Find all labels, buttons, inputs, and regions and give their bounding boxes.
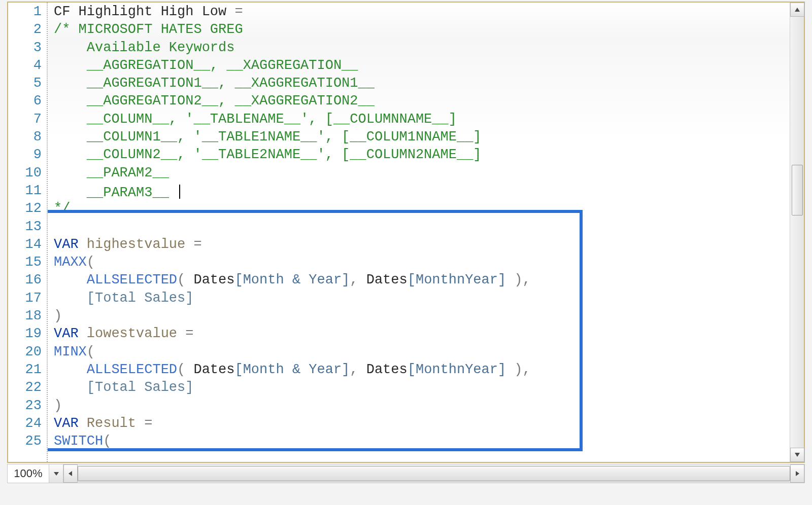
code-token: Dates: [358, 272, 408, 287]
code-token: (: [87, 344, 95, 359]
code-token: __AGGREGATION2__, __XAGGREGATION2__: [54, 93, 375, 109]
code-token: SWITCH: [54, 434, 103, 449]
code-area[interactable]: CF Highlight High Low =/* MICROSOFT HATE…: [48, 3, 790, 462]
code-token: __PARAM2__: [54, 165, 169, 181]
code-line[interactable]: ALLSELECTED( Dates[Month & Year], Dates[…: [54, 271, 790, 289]
code-line[interactable]: __PARAM2__: [54, 164, 790, 182]
code-token: MAXX: [54, 255, 87, 270]
code-token: Result: [79, 416, 145, 431]
code-token: __COLUMN__, '__TABLENAME__', [__COLUMNNA…: [54, 112, 457, 127]
code-token: VAR: [54, 416, 79, 431]
code-line[interactable]: ): [54, 307, 790, 325]
code-token: (: [103, 434, 111, 449]
code-token: VAR: [54, 326, 79, 341]
line-number: 17: [8, 290, 47, 307]
code-token: __COLUMN1__, '__TABLE1NAME__', [__COLUM1…: [54, 129, 482, 145]
code-line[interactable]: CF Highlight High Low =: [54, 3, 790, 21]
code-token: lowestvalue: [79, 326, 186, 341]
line-number: 5: [8, 75, 47, 92]
code-token: [54, 380, 87, 395]
code-token: [MonthnYear]: [408, 272, 506, 287]
code-token: MINX: [54, 344, 87, 359]
code-token: [54, 362, 87, 377]
line-number: 18: [8, 307, 47, 325]
code-token: [Total Sales]: [87, 380, 194, 395]
code-line[interactable]: VAR Result =: [54, 415, 790, 432]
code-token: Dates: [185, 272, 234, 287]
line-number: 3: [8, 39, 47, 57]
line-number: 1: [8, 3, 47, 21]
line-number: 19: [8, 325, 47, 343]
code-token: ): [506, 272, 522, 287]
zoom-dropdown-button[interactable]: [49, 464, 63, 483]
code-line[interactable]: [54, 218, 790, 236]
code-line[interactable]: VAR lowestvalue =: [54, 325, 790, 343]
scroll-down-button[interactable]: [790, 448, 804, 462]
code-token: ): [54, 308, 62, 323]
zoom-level-label: 100%: [8, 464, 49, 483]
code-line[interactable]: MINX(: [54, 343, 790, 361]
svg-marker-2: [54, 472, 59, 476]
svg-marker-0: [795, 8, 800, 12]
line-number: 2: [8, 21, 47, 39]
code-line[interactable]: ALLSELECTED( Dates[Month & Year], Dates[…: [54, 361, 790, 379]
code-token: ,: [350, 272, 358, 287]
code-line[interactable]: [Total Sales]: [54, 379, 790, 396]
scroll-right-button[interactable]: [790, 464, 804, 483]
code-token: ALLSELECTED: [87, 362, 177, 377]
code-line[interactable]: MAXX(: [54, 254, 790, 271]
svg-marker-1: [795, 453, 800, 457]
code-token: [54, 272, 87, 287]
line-number: 6: [8, 92, 47, 110]
line-number: 9: [8, 146, 47, 164]
code-token: __PARAM3__: [54, 185, 177, 200]
scroll-left-button[interactable]: [63, 464, 78, 483]
line-number: 11: [8, 182, 47, 200]
code-line[interactable]: */: [54, 200, 790, 218]
code-line[interactable]: __AGGREGATION1__, __XAGGREGATION1__: [54, 75, 790, 92]
line-number: 12: [8, 200, 47, 218]
code-line[interactable]: __COLUMN__, '__TABLENAME__', [__COLUMNNA…: [54, 111, 790, 128]
horizontal-scrollbar[interactable]: [63, 464, 804, 483]
code-token: Dates: [185, 362, 234, 377]
code-token: __AGGREGATION1__, __XAGGREGATION1__: [54, 76, 375, 91]
line-number: 16: [8, 271, 47, 289]
code-token: ALLSELECTED: [87, 272, 177, 287]
code-token: ): [54, 398, 62, 413]
horizontal-scroll-thumb[interactable]: [78, 466, 790, 481]
code-token: [Total Sales]: [87, 291, 194, 306]
code-line[interactable]: __AGGREGATION__, __XAGGREGATION__: [54, 57, 790, 75]
code-line[interactable]: SWITCH(: [54, 432, 790, 450]
code-token: */: [54, 201, 70, 216]
code-token: =: [193, 237, 201, 252]
line-number: 22: [8, 379, 47, 396]
line-number: 21: [8, 361, 47, 379]
vertical-scroll-thumb[interactable]: [792, 165, 803, 215]
code-line[interactable]: __COLUMN2__, '__TABLE2NAME__', [__COLUMN…: [54, 146, 790, 164]
code-token: =: [234, 4, 243, 19]
code-line[interactable]: __AGGREGATION2__, __XAGGREGATION2__: [54, 92, 790, 110]
code-line[interactable]: __COLUMN1__, '__TABLE1NAME__', [__COLUM1…: [54, 128, 790, 146]
code-token: __AGGREGATION__, __XAGGREGATION__: [54, 58, 358, 73]
text-cursor: [179, 185, 180, 199]
code-line[interactable]: ): [54, 397, 790, 415]
code-token: ): [506, 362, 522, 377]
code-line[interactable]: VAR highestvalue =: [54, 236, 790, 254]
code-token: (: [177, 272, 185, 287]
code-line[interactable]: [Total Sales]: [54, 290, 790, 307]
line-number-gutter: 1234567891011121314151617181920212223242…: [8, 3, 48, 462]
scroll-up-button[interactable]: [790, 3, 804, 17]
line-number: 13: [8, 218, 47, 236]
vertical-scrollbar[interactable]: [790, 3, 804, 462]
code-token: [Month & Year]: [234, 362, 350, 377]
editor-status-bar: 100%: [7, 464, 805, 483]
code-line[interactable]: /* MICROSOFT HATES GREG: [54, 21, 790, 39]
line-number: 8: [8, 128, 47, 146]
code-line[interactable]: __PARAM3__: [54, 182, 790, 200]
code-token: Dates: [358, 362, 408, 377]
line-number: 20: [8, 343, 47, 361]
code-token: =: [185, 326, 193, 341]
svg-marker-4: [796, 471, 799, 476]
code-token: __COLUMN2__, '__TABLE2NAME__', [__COLUMN…: [54, 147, 482, 162]
code-line[interactable]: Available Keywords: [54, 39, 790, 57]
